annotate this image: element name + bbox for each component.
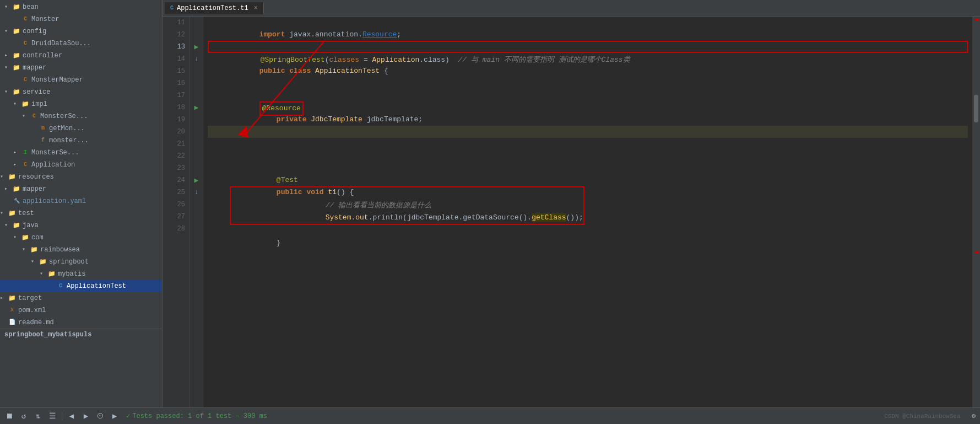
tree-item-test[interactable]: ▾ 📁 test	[0, 207, 162, 219]
run-icon-24[interactable]: ▶	[194, 176, 199, 185]
line-num-17: 17	[163, 89, 189, 101]
tree-item-readme[interactable]: 📄 readme.md	[0, 316, 162, 329]
rerun-button[interactable]: ↺	[19, 411, 29, 421]
run-icon-13[interactable]: ▶	[194, 42, 199, 51]
tree-item-application[interactable]: ▸ C Application	[0, 159, 162, 171]
tree-item-monsterse-impl[interactable]: ▾ C MonsterSe...	[0, 110, 162, 122]
tree-item-java-test[interactable]: ▾ 📁 java	[0, 219, 162, 232]
expand-arrow	[31, 135, 39, 146]
folder-icon: 📁	[21, 100, 30, 109]
yaml-icon: 🔧	[12, 197, 21, 206]
method-icon: m	[39, 124, 47, 133]
run-icon-18[interactable]: ▶	[194, 103, 199, 112]
xml-icon: X	[8, 306, 17, 315]
back-button[interactable]: ◀	[67, 411, 77, 421]
code-line-14: public class ApplicationTest {	[208, 53, 968, 65]
tree-item-getmon[interactable]: m getMon...	[0, 122, 162, 135]
tab-close[interactable]: ×	[254, 4, 258, 12]
watermark: CSDN @ChinaRainbowSea	[884, 413, 961, 420]
tree-item-service[interactable]: ▾ 📁 service	[0, 86, 162, 98]
divider	[62, 412, 62, 421]
tree-label: resources	[18, 171, 54, 183]
expand-arrow	[4, 196, 12, 207]
code-line-19	[208, 114, 968, 126]
gutter-14[interactable]: ↓	[190, 53, 203, 65]
gutter-22	[190, 150, 203, 162]
tree-item-monster-field[interactable]: f monster...	[0, 135, 162, 147]
tree-item-bean[interactable]: ▾ 📁 bean	[0, 1, 162, 13]
settings-icon[interactable]: ⚙	[972, 412, 976, 420]
editor-area: C ApplicationTest.t1 × 11 12 13 14 15 16…	[163, 0, 980, 407]
tree-label: controller	[23, 50, 62, 61]
gutter-24[interactable]: ▶	[190, 174, 203, 186]
gutter-11	[190, 17, 203, 29]
sort-button[interactable]: ⇅	[33, 411, 43, 421]
gutter-12	[190, 29, 203, 41]
tree-item-monstermapper[interactable]: C MonsterMapper	[0, 74, 162, 86]
tab-icon: C	[170, 5, 174, 11]
file-tree[interactable]: ▾ 📁 bean C Monster ▾ 📁 config C DruidDat…	[0, 0, 163, 407]
code-line-25: // 输出看看当前的数据源是什么	[231, 187, 583, 200]
format-button[interactable]: ☰	[47, 411, 57, 421]
tree-label: application.yaml	[23, 196, 86, 207]
folder-icon: 📁	[39, 257, 47, 266]
expand-arrow: ▾	[31, 256, 39, 267]
tree-item-impl[interactable]: ▾ 📁 impl	[0, 98, 162, 110]
expand-arrow	[31, 123, 39, 134]
gutter-28	[190, 235, 203, 247]
gutter-20	[190, 126, 203, 138]
tree-item-resources[interactable]: ▾ 📁 resources	[0, 171, 162, 183]
tree-item-springboot[interactable]: ▾ 📁 springboot	[0, 256, 162, 268]
tree-item-mapper[interactable]: ▾ 📁 mapper	[0, 62, 162, 74]
stop-button[interactable]: ⏹	[4, 411, 14, 421]
tree-item-monsterse-iface[interactable]: ▸ I MonsterSe...	[0, 147, 162, 159]
gutter-13[interactable]: ▶	[190, 41, 203, 53]
line-num-22: 22	[163, 150, 189, 162]
forward-button[interactable]: ▶	[81, 411, 91, 421]
line-num-18: 18	[163, 101, 189, 114]
expand-arrow	[13, 14, 21, 25]
tree-label: MonsterMapper	[31, 74, 83, 85]
tree-label: mybatis	[58, 269, 85, 280]
line-numbers: 11 12 13 14 15 16 17 18 19 20 21 22 23 2…	[163, 17, 190, 407]
expand-arrow	[0, 317, 8, 328]
tree-item-rainbowsea[interactable]: ▾ 📁 rainbowsea	[0, 244, 162, 256]
right-scrollbar[interactable]	[972, 17, 980, 407]
tree-item-monster[interactable]: C Monster	[0, 13, 162, 25]
tree-label: target	[18, 293, 42, 304]
line-num-19: 19	[163, 114, 189, 126]
run-all-button[interactable]: ▶	[110, 411, 120, 421]
tree-item-pom[interactable]: X pom.xml	[0, 304, 162, 316]
clock-button[interactable]: ⏲	[95, 411, 105, 421]
tree-item-applicationtest[interactable]: C ApplicationTest	[0, 280, 162, 292]
line-num-12: 12	[163, 29, 189, 41]
line-num-13: 13	[163, 41, 189, 53]
tree-item-config[interactable]: ▾ 📁 config	[0, 25, 162, 37]
tree-label: config	[23, 26, 46, 37]
scrollbar-thumb[interactable]	[974, 95, 978, 122]
expand-arrow: ▾	[4, 62, 12, 73]
project-title: springboot_mybatispuls	[0, 329, 162, 340]
folder-icon: 📁	[8, 209, 17, 218]
folder-icon: 📁	[47, 270, 56, 278]
code-line-22	[208, 150, 968, 162]
line-num-26: 26	[163, 198, 189, 211]
tree-label: readme.md	[18, 317, 54, 328]
code-line-28: }	[208, 225, 968, 237]
code-line-16	[208, 77, 968, 89]
class-icon: C	[21, 76, 30, 84]
tree-item-application-yaml[interactable]: 🔧 application.yaml	[0, 195, 162, 207]
code-box-25-27: // 输出看看当前的数据源是什么 System.out.println(jdbc…	[230, 186, 584, 225]
folder-icon: 📁	[12, 185, 21, 194]
editor-tab-applicationtest[interactable]: C ApplicationTest.t1 ×	[165, 2, 264, 14]
tree-item-controller[interactable]: ▸ 📁 controller	[0, 50, 162, 62]
tree-item-druiddatasou[interactable]: C DruidDataSou...	[0, 37, 162, 50]
tree-item-target[interactable]: ▸ 📁 target	[0, 292, 162, 304]
tree-item-com-test[interactable]: ▾ 📁 com	[0, 232, 162, 244]
tree-item-mapper-res[interactable]: ▸ 📁 mapper	[0, 183, 162, 195]
tree-item-mybatis[interactable]: ▾ 📁 mybatis	[0, 268, 162, 280]
tree-label: java	[23, 220, 39, 231]
folder-icon: 📁	[12, 3, 21, 12]
error-marker-mid	[974, 251, 979, 253]
gutter-18[interactable]: ▶	[190, 101, 203, 114]
